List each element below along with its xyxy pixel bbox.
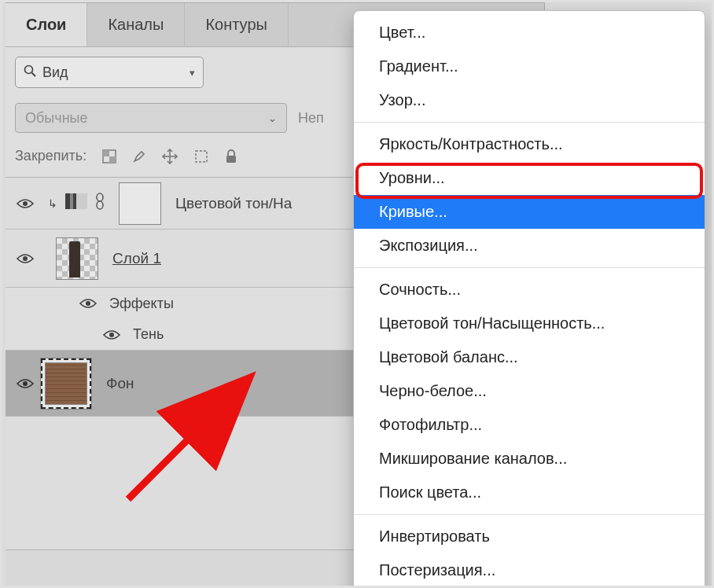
adjustment-layer-menu: Цвет... Градиент... Узор... Яркость/Конт… xyxy=(353,10,705,588)
menu-item[interactable]: Микширование каналов... xyxy=(354,442,705,476)
effect-name: Тень xyxy=(133,326,164,343)
svg-point-19 xyxy=(86,301,90,306)
blend-mode-label: Обычные xyxy=(25,110,88,127)
visibility-eye-icon[interactable] xyxy=(13,378,37,389)
menu-item[interactable]: Цветовой баланс... xyxy=(354,340,705,374)
menu-item[interactable]: Узор... xyxy=(354,83,705,117)
chevron-down-icon: ⌄ xyxy=(268,112,277,124)
svg-rect-6 xyxy=(103,150,109,156)
menu-item[interactable]: Постеризация... xyxy=(354,553,705,587)
menu-item[interactable]: Поиск цвета... xyxy=(354,476,705,509)
menu-item[interactable]: Фотофильтр... xyxy=(354,408,705,442)
menu-item[interactable]: Сочность... xyxy=(354,273,705,307)
lock-transparency-icon[interactable] xyxy=(102,149,116,164)
svg-rect-7 xyxy=(109,156,116,163)
lock-brush-icon[interactable] xyxy=(132,149,146,164)
layer-name: Фон xyxy=(106,375,134,392)
svg-point-12 xyxy=(23,201,28,206)
svg-rect-15 xyxy=(70,193,73,209)
layer-thumbnail[interactable] xyxy=(56,237,98,280)
svg-line-1 xyxy=(32,72,36,76)
menu-separator xyxy=(354,122,705,123)
menu-separator xyxy=(354,267,705,268)
svg-point-21 xyxy=(23,381,28,386)
svg-point-16 xyxy=(97,193,103,201)
menu-item[interactable]: Цветовой тон/Насыщенность... xyxy=(354,307,705,340)
menu-item[interactable]: Инвертировать xyxy=(354,520,705,553)
layer-filter-combo[interactable]: Вид ▾ xyxy=(15,57,204,88)
visibility-eye-icon[interactable] xyxy=(100,329,123,340)
lock-position-icon[interactable] xyxy=(162,149,178,164)
adjustment-thumb-icon xyxy=(65,193,87,213)
menu-item[interactable]: Цвет... xyxy=(354,16,705,50)
menu-item[interactable]: Экспозиция... xyxy=(354,229,705,263)
svg-point-20 xyxy=(109,333,114,337)
expand-arrow-icon[interactable]: ↳ xyxy=(48,197,57,210)
tab-layers[interactable]: Слои xyxy=(6,3,87,46)
layer-thumbnail-selected[interactable] xyxy=(40,358,92,410)
lock-label: Закрепить: xyxy=(15,148,86,164)
visibility-eye-icon[interactable] xyxy=(13,198,37,209)
visibility-eye-icon[interactable] xyxy=(13,253,37,264)
menu-item[interactable]: Яркость/Контрастность... xyxy=(354,127,705,161)
svg-rect-10 xyxy=(196,151,207,162)
svg-point-0 xyxy=(25,65,33,73)
tab-channels[interactable]: Каналы xyxy=(87,3,185,46)
filter-label: Вид xyxy=(42,64,68,81)
lock-all-icon[interactable] xyxy=(225,149,237,164)
svg-point-18 xyxy=(23,256,28,261)
menu-item[interactable]: Черно-белое... xyxy=(354,374,705,408)
lock-artboard-icon[interactable] xyxy=(193,149,209,164)
search-icon xyxy=(24,64,36,81)
layer-name: Слой 1 xyxy=(112,250,161,267)
tab-paths[interactable]: Контуры xyxy=(185,3,288,46)
visibility-eye-icon[interactable] xyxy=(76,298,100,309)
menu-item[interactable]: Градиент... xyxy=(354,50,705,83)
opacity-label-truncated: Неп xyxy=(298,110,324,127)
menu-separator xyxy=(354,514,705,515)
menu-item[interactable]: Уровни... xyxy=(354,161,705,195)
chevron-down-icon: ▾ xyxy=(190,67,195,79)
svg-point-17 xyxy=(97,201,103,209)
mask-thumb[interactable] xyxy=(119,182,161,225)
svg-rect-11 xyxy=(226,156,236,163)
menu-item-curves[interactable]: Кривые... xyxy=(354,195,705,229)
blend-mode-combo[interactable]: Обычные ⌄ xyxy=(15,103,287,133)
layer-name: Цветовой тон/На xyxy=(175,195,292,212)
effects-label: Эффекты xyxy=(109,296,174,312)
link-icon[interactable] xyxy=(95,193,105,214)
